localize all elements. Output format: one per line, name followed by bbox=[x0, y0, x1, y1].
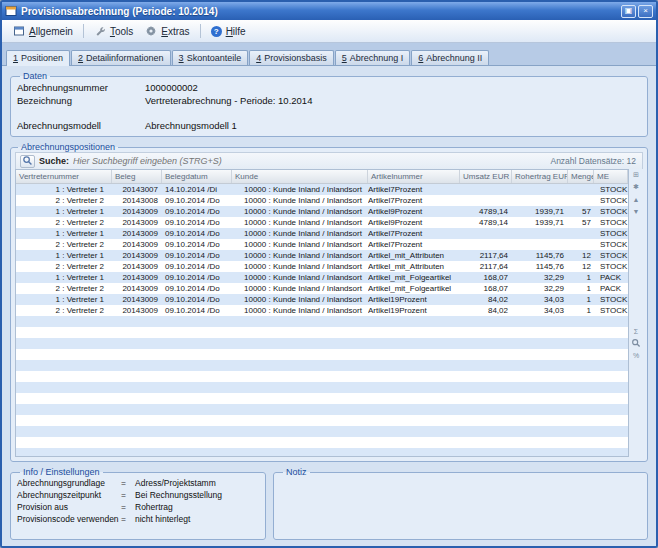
search-label: Suche: bbox=[39, 156, 69, 166]
equals-separator: = bbox=[121, 477, 135, 489]
positionen-legend: Abrechnungspositionen bbox=[18, 142, 118, 152]
menu-hilfe[interactable]: ? Hilfe bbox=[205, 24, 252, 39]
tab-abrechnung-1[interactable]: 5Abrechnung I bbox=[335, 50, 411, 65]
filter-asterisk-icon[interactable]: ✱ bbox=[630, 182, 642, 192]
notiz-group: Notiz bbox=[273, 467, 648, 540]
col-vertreternummer[interactable]: Vertreternummer bbox=[16, 170, 112, 183]
info-row: Abrechnungsgrundlage = Adress/Projektsta… bbox=[17, 477, 259, 489]
help-icon: ? bbox=[211, 26, 222, 37]
info-rows: Abrechnungsgrundlage = Adress/Projektsta… bbox=[17, 477, 259, 525]
col-belegdatum[interactable]: Belegdatum bbox=[162, 170, 232, 183]
equals-separator: = bbox=[121, 513, 135, 525]
table-row[interactable]: 2 : Vertreter 2 20143009 09.10.2014 /Do … bbox=[16, 305, 628, 316]
empty-rows-area bbox=[16, 316, 628, 456]
app-icon bbox=[5, 5, 17, 17]
menu-tools[interactable]: Tools bbox=[88, 23, 139, 39]
col-umsatz[interactable]: Umsatz EUR bbox=[460, 170, 512, 183]
table-row[interactable]: 1 : Vertreter 1 20143009 09.10.2014 /Do … bbox=[16, 294, 628, 305]
toolbar: Allgemein Tools Extras ? Hilfe bbox=[2, 20, 656, 43]
scroll-up-icon[interactable]: ▲ bbox=[630, 194, 642, 204]
info-legend: Info / Einstellungen bbox=[20, 467, 103, 477]
equals-separator: = bbox=[121, 489, 135, 501]
col-menge[interactable]: Menge bbox=[568, 170, 594, 183]
info-einstellungen-group: Info / Einstellungen Abrechnungsgrundlag… bbox=[10, 467, 266, 540]
notiz-legend: Notiz bbox=[283, 467, 310, 477]
table-row[interactable]: 1 : Vertreter 1 20143009 09.10.2014 /Do … bbox=[16, 250, 628, 261]
tab-abrechnung-2[interactable]: 6Abrechnung II bbox=[411, 50, 489, 65]
col-beleg[interactable]: Beleg bbox=[112, 170, 162, 183]
tab-bar: 1Positionen 2Detailinformationen 3Skonto… bbox=[2, 47, 656, 66]
toolbar-separator bbox=[200, 24, 201, 38]
info-row: Abrechnungszeitpunkt = Bei Rechnungsstel… bbox=[17, 489, 259, 501]
app-window: Provisionsabrechnung (Periode: 10.2014) … bbox=[0, 0, 658, 548]
percent-icon[interactable]: % bbox=[630, 350, 642, 360]
field-abrechnungsmodell: Abrechnungsmodell Abrechnungsmodell 1 bbox=[17, 119, 641, 132]
sum-icon[interactable]: Σ bbox=[630, 326, 642, 336]
tab-positionen[interactable]: 1Positionen bbox=[6, 50, 70, 66]
equals-separator: = bbox=[121, 501, 135, 513]
tab-content: Daten Abrechnungsnummer 1000000002 Bezei… bbox=[2, 66, 656, 546]
search-button[interactable] bbox=[20, 155, 35, 168]
col-rohertrag[interactable]: Rohertrag EUR bbox=[512, 170, 568, 183]
search-input[interactable] bbox=[73, 156, 546, 166]
wrench-icon bbox=[94, 25, 106, 37]
menu-hilfe-label: Hilfe bbox=[226, 26, 246, 37]
info-row: Provision aus = Rohertrag bbox=[17, 501, 259, 513]
gear-icon bbox=[145, 25, 157, 37]
tab-skontoanteile[interactable]: 3Skontoanteile bbox=[172, 50, 249, 65]
window-title: Provisionsabrechnung (Periode: 10.2014) bbox=[21, 6, 617, 17]
table-row[interactable]: 1 : Vertreter 1 20143009 09.10.2014 /Do … bbox=[16, 272, 628, 283]
col-kunde[interactable]: Kunde bbox=[232, 170, 368, 183]
menu-extras-label: Extras bbox=[161, 26, 189, 37]
tab-provisionsbasis[interactable]: 4Provisionsbasis bbox=[249, 50, 334, 65]
abrechnungspositionen-group: Abrechnungspositionen Suche: Anzahl Date… bbox=[10, 142, 648, 462]
scroll-down-icon[interactable]: ▼ bbox=[630, 206, 642, 216]
menu-tools-label: Tools bbox=[110, 26, 133, 37]
field-abrechnungsnummer: Abrechnungsnummer 1000000002 bbox=[17, 81, 641, 94]
pin-button[interactable]: ▣ bbox=[621, 5, 636, 18]
close-button[interactable]: × bbox=[638, 5, 653, 18]
search-bar: Suche: Anzahl Datensätze: 12 bbox=[15, 152, 643, 169]
toolbar-separator bbox=[83, 24, 84, 38]
table-row[interactable]: 1 : Vertreter 1 20143009 09.10.2014 /Do … bbox=[16, 206, 628, 217]
info-row: Provisionscode verwenden = nicht hinterl… bbox=[17, 513, 259, 525]
table-row[interactable]: 2 : Vertreter 2 20143009 09.10.2014 /Do … bbox=[16, 283, 628, 294]
table-row[interactable]: 2 : Vertreter 2 20143008 09.10.2014 /Do … bbox=[16, 195, 628, 206]
col-me[interactable]: ME bbox=[594, 170, 628, 183]
daten-legend: Daten bbox=[20, 71, 50, 81]
menu-extras[interactable]: Extras bbox=[139, 23, 195, 39]
titlebar: Provisionsabrechnung (Periode: 10.2014) … bbox=[2, 2, 656, 20]
table-row[interactable]: 1 : Vertreter 1 20143007 14.10.2014 /Di … bbox=[16, 184, 628, 195]
daten-group: Daten Abrechnungsnummer 1000000002 Bezei… bbox=[10, 71, 648, 137]
positions-table: Vertreternummer Beleg Belegdatum Kunde A… bbox=[15, 169, 629, 457]
table-row[interactable]: 2 : Vertreter 2 20143009 09.10.2014 /Do … bbox=[16, 217, 628, 228]
note-area[interactable] bbox=[280, 477, 641, 535]
search-icon bbox=[22, 154, 33, 169]
allgemein-icon bbox=[13, 25, 25, 37]
magnifier-icon[interactable] bbox=[630, 338, 642, 348]
table-row[interactable]: 2 : Vertreter 2 20143009 09.10.2014 /Do … bbox=[16, 261, 628, 272]
table-row[interactable]: 2 : Vertreter 2 20143009 09.10.2014 /Do … bbox=[16, 239, 628, 250]
table-row[interactable]: 1 : Vertreter 1 20143009 09.10.2014 /Do … bbox=[16, 228, 628, 239]
table-body: 1 : Vertreter 1 20143007 14.10.2014 /Di … bbox=[16, 184, 628, 316]
tab-detailinformationen[interactable]: 2Detailinformationen bbox=[71, 50, 171, 65]
table-header: Vertreternummer Beleg Belegdatum Kunde A… bbox=[16, 170, 628, 184]
field-bezeichnung: Bezeichnung Vertreterabrechnung - Period… bbox=[17, 94, 641, 107]
table-side-rail: ⊞ ✱ ▲ ▼ Σ % bbox=[629, 169, 643, 457]
menu-allgemein[interactable]: Allgemein bbox=[7, 23, 79, 39]
col-artikelnummer[interactable]: Artikelnummer bbox=[368, 170, 460, 183]
menu-allgemein-label: Allgemein bbox=[29, 26, 73, 37]
record-count: Anzahl Datensätze: 12 bbox=[550, 156, 638, 166]
column-chooser-icon[interactable]: ⊞ bbox=[630, 170, 642, 180]
